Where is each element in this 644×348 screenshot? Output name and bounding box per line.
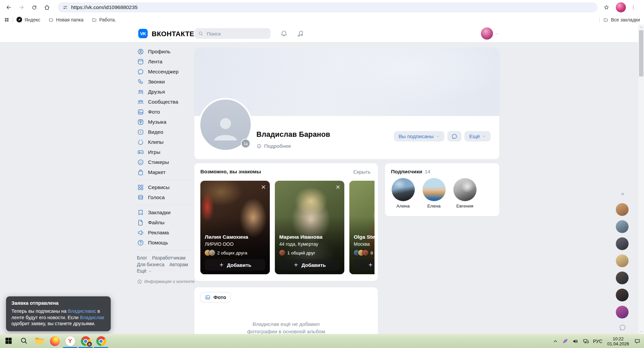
chat-avatar[interactable]: [616, 289, 629, 301]
chat-rail-collapse-button[interactable]: «: [621, 190, 624, 197]
taskbar-start[interactable]: [1, 334, 16, 348]
vk-logotype[interactable]: ВКОНТАКТЕ: [152, 30, 194, 38]
scrollbar[interactable]: [638, 24, 644, 334]
browser-profile-avatar[interactable]: [616, 2, 626, 12]
suggestion-card[interactable]: Лилия Самохина ЛИРИО ООО 2 общих друга Д…: [200, 181, 270, 274]
taskbar-search[interactable]: [16, 334, 32, 348]
bookmark-item-folder[interactable]: Новая папка: [48, 17, 84, 22]
suggestion-card[interactable]: Olga Stepan Москва 8 об Добавить: [349, 181, 375, 274]
language-indicator[interactable]: РУС: [593, 339, 602, 344]
scrollbar-thumb[interactable]: [639, 30, 643, 76]
sidebar-item-help[interactable]: Помощь: [137, 238, 196, 248]
more-actions-button[interactable]: Ещё: [464, 131, 491, 141]
content-info-link[interactable]: Информация о контенте: [137, 279, 196, 284]
dismiss-suggestion-button[interactable]: [260, 183, 267, 191]
sidebar-item-photo[interactable]: Фото: [137, 107, 196, 117]
sidebar-item-label: Видео: [148, 129, 163, 135]
follower[interactable]: Евгения: [451, 178, 478, 209]
footer-link[interactable]: Блог: [137, 255, 147, 262]
forward-button[interactable]: [16, 2, 27, 13]
subscribed-button[interactable]: Вы подписаны: [394, 131, 445, 141]
clock[interactable]: 10:22 01.04.2026: [606, 336, 630, 346]
footer-link[interactable]: Разработчикам: [152, 255, 185, 262]
sidebar-item-ads[interactable]: Реклама: [137, 228, 196, 238]
add-friend-label: Добавить: [301, 262, 326, 268]
dismiss-suggestion-button[interactable]: [334, 183, 342, 191]
sidebar-item-feed[interactable]: Лента: [137, 57, 196, 67]
sidebar-item-games[interactable]: Игры: [137, 147, 196, 157]
profile-details-link[interactable]: Подробнее: [256, 143, 291, 149]
reload-button[interactable]: [29, 2, 40, 13]
notifications-bell-icon[interactable]: [280, 30, 288, 38]
sidebar-item-bookmark[interactable]: Закладки: [137, 208, 196, 218]
footer-link[interactable]: Авторам: [169, 262, 188, 268]
sidebar-item-groups[interactable]: Сообщества: [137, 97, 196, 107]
sidebar-item-friends[interactable]: Друзья: [137, 87, 196, 97]
back-button[interactable]: [3, 2, 14, 13]
message-button[interactable]: [447, 131, 461, 141]
sidebar-item-services[interactable]: Сервисы: [137, 182, 196, 192]
follower-avatar[interactable]: [423, 178, 446, 201]
chat-avatar[interactable]: [616, 306, 629, 318]
browser-menu-button[interactable]: [628, 2, 639, 13]
vk-logo[interactable]: VK: [138, 29, 148, 38]
sidebar-item-stickers[interactable]: Стикеры: [137, 157, 196, 167]
chat-avatar[interactable]: [616, 203, 629, 216]
sidebar-item-msg[interactable]: Мессенджер: [137, 67, 196, 77]
hide-suggestions-link[interactable]: Скрыть: [353, 169, 370, 175]
taskbar-yandex-browser[interactable]: Y: [62, 334, 78, 348]
footer-link[interactable]: Для бизнеса: [137, 262, 164, 268]
follower-avatar[interactable]: [453, 178, 477, 201]
sidebar-item-label: Фото: [148, 109, 160, 115]
photos-tab[interactable]: Фото: [200, 292, 231, 302]
vk-profile-avatar[interactable]: [481, 27, 493, 40]
bookmark-star-button[interactable]: [601, 2, 612, 13]
network-icon[interactable]: [583, 338, 589, 345]
all-bookmarks-button[interactable]: Все закладки: [603, 17, 640, 22]
taskbar-chrome-profile[interactable]: 0: [78, 334, 93, 348]
chat-avatar[interactable]: [616, 254, 629, 267]
sidebar-item-phone[interactable]: Звонки: [137, 77, 196, 87]
antivirus-feather-icon[interactable]: [562, 338, 568, 345]
follower[interactable]: Алина: [390, 178, 416, 209]
action-center-icon[interactable]: [634, 338, 641, 345]
sidebar-item-votes[interactable]: Голоса: [137, 192, 196, 202]
bookmark-item-yandex[interactable]: Яндекс: [16, 17, 40, 22]
taskbar-firefox[interactable]: [47, 334, 62, 348]
chat-avatar[interactable]: [616, 220, 629, 233]
chevron-down-icon[interactable]: [495, 32, 499, 36]
sidebar-item-profile[interactable]: Профиль: [137, 47, 196, 57]
sidebar-item-market[interactable]: Маркет: [137, 167, 196, 177]
chat-avatar[interactable]: [616, 272, 629, 284]
taskbar-chrome[interactable]: [93, 334, 109, 348]
scroll-up-arrow[interactable]: [638, 24, 644, 30]
chat-avatar[interactable]: [616, 237, 629, 250]
home-button[interactable]: [42, 2, 52, 13]
sidebar-item-video[interactable]: Видео: [137, 127, 196, 137]
sidebar-item-file[interactable]: Файлы: [137, 218, 196, 228]
tray-chevron-up-icon[interactable]: [553, 339, 558, 344]
taskbar-explorer[interactable]: [32, 334, 47, 348]
add-friend-button[interactable]: Добавить: [205, 259, 265, 271]
vk-search[interactable]: [195, 28, 270, 39]
search-input[interactable]: [206, 31, 267, 37]
apps-grid-icon[interactable]: [4, 17, 9, 22]
scroll-down-arrow[interactable]: [638, 329, 644, 334]
bookmark-item-folder[interactable]: Работа.: [92, 17, 116, 22]
toast-link[interactable]: Владислав: [80, 315, 104, 320]
sidebar-item-label: Игры: [148, 149, 160, 155]
sidebar-item-music[interactable]: Музыка: [137, 117, 196, 127]
add-friend-button[interactable]: Добавить: [354, 259, 375, 271]
toast-link[interactable]: Владислава: [68, 308, 95, 314]
add-friend-button[interactable]: Добавить: [279, 259, 340, 271]
follower-avatar[interactable]: [392, 178, 415, 201]
address-bar[interactable]: https://vk.com/id1096880235: [58, 2, 598, 12]
suggestion-card[interactable]: Марина Иванова 44 года, Кумертау 1 общий…: [275, 181, 344, 274]
suggestion-name: Olga Stepan: [354, 234, 375, 240]
chat-bubble-icon[interactable]: [618, 324, 627, 332]
follower[interactable]: Елена: [420, 178, 447, 209]
music-note-icon[interactable]: [296, 30, 304, 38]
footer-more-link[interactable]: Ещё: [137, 268, 196, 275]
volume-icon[interactable]: [572, 338, 579, 345]
sidebar-item-clips[interactable]: Клипы: [137, 137, 196, 147]
